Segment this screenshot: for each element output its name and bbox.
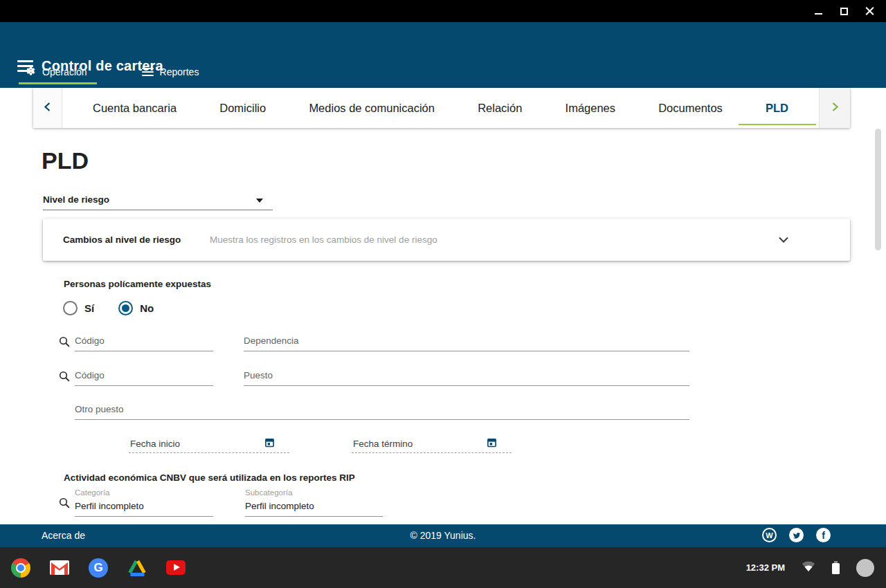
fecha-inicio-field[interactable]: Fecha inicio xyxy=(129,436,289,453)
apps-grid-icon[interactable] xyxy=(205,560,220,576)
gear-icon xyxy=(26,66,36,78)
cambios-panel-description: Muestra los registros en los cambios de … xyxy=(210,235,437,245)
tabs-prev-button[interactable] xyxy=(33,88,62,128)
cambios-panel-title: Cambios al nivel de riesgo xyxy=(63,235,190,245)
nav-item-reportes[interactable]: Reportes xyxy=(135,66,209,84)
minimize-icon[interactable] xyxy=(813,6,824,17)
nav-label-operacion: Operación xyxy=(42,66,87,77)
tab-documentos[interactable]: Documentos xyxy=(651,88,730,128)
tab-pld[interactable]: PLD xyxy=(759,88,795,128)
tab-domicilio[interactable]: Domicilio xyxy=(213,88,273,128)
fecha-termino-label: Fecha término xyxy=(353,439,413,449)
nivel-de-riesgo-select[interactable]: Nivel de riesgo xyxy=(43,192,273,210)
categoria-label: Categoría xyxy=(75,488,110,497)
wordpress-icon[interactable]: W xyxy=(762,528,777,542)
status-tray[interactable]: 12:32 PM xyxy=(746,547,874,588)
twitter-icon[interactable] xyxy=(789,528,804,542)
subcategoria-input[interactable] xyxy=(245,499,383,517)
radio-no[interactable]: No xyxy=(118,301,154,315)
radio-si-label: Sí xyxy=(84,302,94,314)
tab-cuenta-bancaria[interactable]: Cuenta bancaria xyxy=(86,88,183,128)
taskbar: G 12:32 PM xyxy=(0,547,886,588)
radio-button-unselected xyxy=(63,301,78,315)
clock[interactable]: 12:32 PM xyxy=(746,562,785,573)
calendar-icon[interactable] xyxy=(487,437,497,448)
drive-icon[interactable] xyxy=(127,560,147,576)
tab-imagenes[interactable]: Imágenes xyxy=(559,88,622,128)
window-titlebar xyxy=(0,0,886,22)
chevron-right-icon xyxy=(831,102,839,115)
taskbar-apps: G xyxy=(11,547,220,588)
codigo-dependencia-input[interactable] xyxy=(75,334,213,351)
app-header: Control de cartera Operación Reportes xyxy=(0,22,886,88)
chevron-down-icon[interactable] xyxy=(778,234,789,246)
tabstrip: Cuenta bancaria Domicilio Medios de comu… xyxy=(33,88,850,128)
tabs: Cuenta bancaria Domicilio Medios de comu… xyxy=(62,88,819,128)
cnbv-section-title: Actividad económica CNBV que será utiliz… xyxy=(64,472,355,483)
fecha-inicio-label: Fecha inicio xyxy=(130,439,180,449)
tab-relacion[interactable]: Relación xyxy=(471,88,529,128)
search-icon[interactable] xyxy=(58,497,71,509)
nav-item-operacion[interactable]: Operación xyxy=(19,66,97,84)
cambios-nivel-riesgo-panel[interactable]: Cambios al nivel de riesgo Muestra los r… xyxy=(43,219,850,261)
radio-si[interactable]: Sí xyxy=(63,301,94,315)
page-title: PLD xyxy=(42,147,89,174)
search-icon[interactable] xyxy=(58,370,71,383)
chrome-icon[interactable] xyxy=(11,558,30,578)
screen: Control de cartera Operación Reportes Cu… xyxy=(0,0,886,588)
fecha-termino-field[interactable]: Fecha término xyxy=(352,436,512,453)
codigo-puesto-input[interactable] xyxy=(75,369,213,386)
page-footer: Acerca de © 2019 Yunius. W f xyxy=(0,524,886,547)
youtube-icon[interactable] xyxy=(166,560,186,575)
radio-no-label: No xyxy=(140,302,154,314)
close-icon[interactable] xyxy=(865,6,875,17)
copyright-text: © 2019 Yunius. xyxy=(0,530,886,541)
subcategoria-label: Subcategoría xyxy=(245,488,292,497)
dependencia-input[interactable] xyxy=(244,334,689,351)
pep-radio-group: Sí No xyxy=(63,301,178,315)
pep-label: Personas polícamente expuestas xyxy=(64,279,211,289)
tab-medios-de-comunicacion[interactable]: Medios de comunicación xyxy=(302,88,442,128)
battery-icon[interactable] xyxy=(832,561,840,574)
tabs-next-button[interactable] xyxy=(819,88,850,128)
avatar[interactable] xyxy=(856,559,874,577)
social-links: W f xyxy=(762,528,831,542)
facebook-icon[interactable]: f xyxy=(816,528,831,542)
search-icon[interactable] xyxy=(58,336,71,348)
list-icon xyxy=(142,68,154,76)
nivel-de-riesgo-label: Nivel de riesgo xyxy=(43,194,109,205)
nav-label-reportes: Reportes xyxy=(160,66,199,77)
calendar-icon[interactable] xyxy=(264,437,275,448)
puesto-input[interactable] xyxy=(244,369,689,386)
app-nav: Operación Reportes xyxy=(19,66,208,88)
categoria-input[interactable] xyxy=(75,499,213,517)
otro-puesto-input[interactable] xyxy=(75,403,689,420)
maximize-icon[interactable] xyxy=(839,6,849,17)
wifi-icon[interactable] xyxy=(802,560,815,575)
google-icon[interactable]: G xyxy=(89,558,108,578)
chevron-left-icon xyxy=(44,102,51,115)
gmail-icon[interactable] xyxy=(50,560,69,575)
scrollbar[interactable] xyxy=(875,129,881,250)
radio-button-selected xyxy=(118,301,133,315)
caret-down-icon xyxy=(256,199,263,203)
